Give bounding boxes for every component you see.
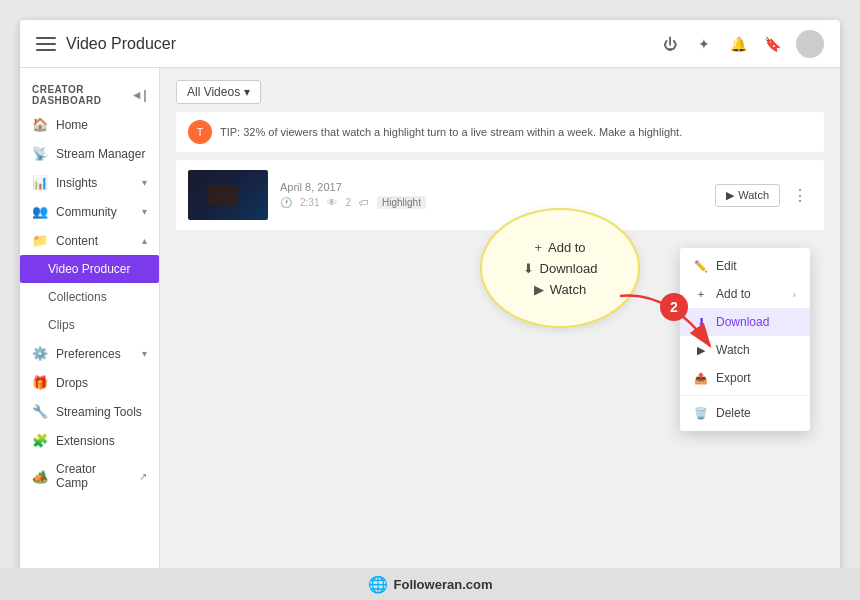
delete-icon: 🗑️ [694,407,708,420]
collapse-sidebar-icon[interactable]: ◄| [131,88,147,102]
sidebar-item-content-label: Content [56,234,98,248]
sidebar-item-streaming-tools[interactable]: 🔧 Streaming Tools [20,397,159,426]
filter-label: All Videos [187,85,240,99]
sidebar-item-community-label: Community [56,205,117,219]
tip-text: TIP: 32% of viewers that watch a highlig… [220,126,682,138]
content-header: All Videos ▾ [160,68,840,112]
tooltip-add-to[interactable]: + Add to [534,240,585,255]
context-menu-delete-label: Delete [716,406,751,420]
sidebar-item-video-producer[interactable]: Video Producer [20,255,159,283]
sidebar-item-content[interactable]: 📁 Content ▴ [20,226,159,255]
watch-label: Watch [738,189,769,201]
watch-button[interactable]: ▶ Watch [715,184,780,207]
sidebar-item-video-producer-label: Video Producer [32,262,131,276]
clock-icon: 🕐 [280,197,292,208]
community-icon: 👥 [32,204,48,219]
bell-icon[interactable]: 🔔 [728,34,748,54]
sidebar-item-stream-label: Stream Manager [56,147,145,161]
preferences-icon: ⚙️ [32,346,48,361]
more-options-button[interactable]: ⋮ [788,183,812,207]
video-meta: April 8, 2017 🕐 2:31 👁 2 🏷 Highlight [280,181,703,209]
app-frame: Video Producer ⏻ ✦ 🔔 🔖 CREATOR DASHBOARD… [20,20,840,580]
sidebar-item-stream-manager[interactable]: 📡 Stream Manager [20,139,159,168]
video-duration: 2:31 [300,197,319,208]
power-icon[interactable]: ⏻ [660,34,680,54]
tag-icon: 🏷 [359,197,369,208]
step-number-badge: 2 [660,293,688,321]
download-icon: ⬇ [694,316,708,329]
export-icon: 📤 [694,372,708,385]
bottom-bar-text: Followeran.com [394,577,493,592]
stream-manager-icon: 📡 [32,146,48,161]
video-stats: 🕐 2:31 👁 2 🏷 Highlight [280,196,703,209]
sidebar-item-home[interactable]: 🏠 Home [20,110,159,139]
video-date: April 8, 2017 [280,181,703,193]
globe-icon: 🌐 [368,575,388,594]
magic-wand-icon[interactable]: ✦ [694,34,714,54]
edit-icon: ✏️ [694,260,708,273]
sidebar-item-insights-label: Insights [56,176,97,190]
context-menu-download[interactable]: ⬇ Download [680,308,810,336]
tooltip-download-label: Download [540,261,598,276]
sidebar-item-drops-label: Drops [56,376,88,390]
tip-banner: T TIP: 32% of viewers that watch a highl… [176,112,824,152]
sidebar-item-drops[interactable]: 🎁 Drops [20,368,159,397]
video-actions: ▶ Watch ⋮ [715,183,812,207]
avatar[interactable] [796,30,824,58]
plus-icon: + [534,240,542,255]
bottom-bar: 🌐 Followeran.com [0,568,860,600]
sidebar-item-creator-camp[interactable]: 🏕️ Creator Camp ↗ [20,455,159,497]
context-menu-add-to[interactable]: + Add to › [680,280,810,308]
play-icon: ▶ [534,282,544,297]
tooltip-watch[interactable]: ▶ Watch [534,282,586,297]
sidebar-item-home-label: Home [56,118,88,132]
sidebar-item-extensions-label: Extensions [56,434,115,448]
video-row: April 8, 2017 🕐 2:31 👁 2 🏷 Highlight ▶ W… [176,160,824,230]
sidebar-item-preferences-label: Preferences [56,347,121,361]
insights-icon: 📊 [32,175,48,190]
context-menu-add-to-label: Add to [716,287,751,301]
content-area: All Videos ▾ T TIP: 32% of viewers that … [160,68,840,580]
sidebar-item-collections[interactable]: Collections [20,283,159,311]
sidebar-item-extensions[interactable]: 🧩 Extensions [20,426,159,455]
context-menu-export-label: Export [716,371,751,385]
chevron-down-icon: ▾ [142,177,147,188]
download-icon: ⬇ [523,261,534,276]
chevron-right-icon: › [793,289,796,300]
all-videos-filter-button[interactable]: All Videos ▾ [176,80,261,104]
top-navigation-bar: Video Producer ⏻ ✦ 🔔 🔖 [20,20,840,68]
content-icon: 📁 [32,233,48,248]
sidebar-item-creator-camp-label: Creator Camp [56,462,131,490]
sidebar-item-clips[interactable]: Clips [20,311,159,339]
sidebar-item-insights[interactable]: 📊 Insights ▾ [20,168,159,197]
context-menu-watch[interactable]: ▶ Watch [680,336,810,364]
chevron-down-icon: ▾ [142,206,147,217]
context-menu-delete[interactable]: 🗑️ Delete [680,399,810,427]
sidebar: CREATOR DASHBOARD ◄| 🏠 Home 📡 Stream Man… [20,68,160,580]
video-thumbnail [188,170,268,220]
sidebar-header: CREATOR DASHBOARD ◄| [20,76,159,110]
eye-icon: 👁 [327,197,337,208]
play-icon: ▶ [726,189,734,202]
top-bar-right: ⏻ ✦ 🔔 🔖 [660,30,824,58]
chevron-down-icon: ▾ [142,348,147,359]
tooltip-add-to-label: Add to [548,240,586,255]
tip-avatar: T [188,120,212,144]
video-views: 2 [345,197,351,208]
creator-camp-icon: 🏕️ [32,469,48,484]
context-menu-export[interactable]: 📤 Export [680,364,810,392]
hamburger-menu-icon[interactable] [36,37,56,51]
sidebar-item-streaming-tools-label: Streaming Tools [56,405,142,419]
context-menu: ✏️ Edit + Add to › ⬇ Download ▶ Watch [680,248,810,431]
context-menu-watch-label: Watch [716,343,750,357]
plus-icon: + [694,288,708,300]
sidebar-item-clips-label: Clips [48,318,75,332]
tooltip-download[interactable]: ⬇ Download [523,261,598,276]
sidebar-item-community[interactable]: 👥 Community ▾ [20,197,159,226]
bookmark-icon[interactable]: 🔖 [762,34,782,54]
top-bar-left: Video Producer [36,35,660,53]
context-menu-edit[interactable]: ✏️ Edit [680,252,810,280]
extensions-icon: 🧩 [32,433,48,448]
video-type: Highlight [377,196,426,209]
sidebar-item-preferences[interactable]: ⚙️ Preferences ▾ [20,339,159,368]
